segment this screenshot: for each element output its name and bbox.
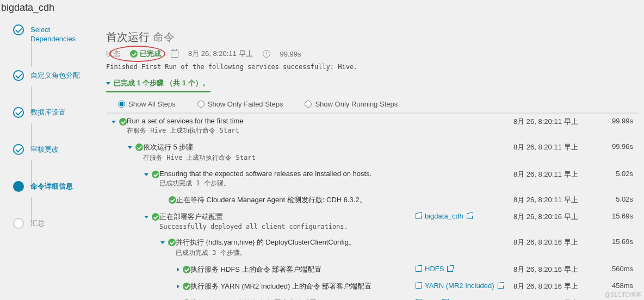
step-row[interactable]: Run a set of services for the first time… — [106, 114, 639, 139]
step-row[interactable]: 执行服务 Hive 上的命令 部署客户端配置Hive8月 26, 8:20:17… — [106, 295, 639, 300]
step-time: 8月 26, 8:20:16 早上 — [513, 282, 595, 291]
command-details-panel: 首次运行 命令 状态 已完成 8月 26, 8:20:11 早上 99.99s … — [106, 19, 644, 300]
check-icon — [13, 107, 24, 118]
success-icon — [119, 118, 127, 126]
step-duration: 458ms — [595, 282, 633, 290]
step-time: 8月 26, 8:20:11 早上 — [513, 117, 595, 127]
step-time: 8月 26, 8:20:16 早上 — [513, 212, 595, 222]
chevron-down-icon[interactable] — [160, 241, 165, 244]
step-time: 8月 26, 8:20:11 早上 — [513, 170, 595, 179]
page-title: 首次运行 命令 — [106, 30, 639, 45]
chevron-down-icon — [106, 82, 110, 85]
steps-table: Run a set of services for the first time… — [106, 113, 639, 300]
success-icon — [169, 196, 176, 204]
step-select-dependencies[interactable]: Select Dependencies — [13, 24, 106, 44]
step-link[interactable]: YARN (MR2 Included) — [416, 282, 513, 290]
service-link[interactable]: YARN (MR2 Included) — [425, 282, 494, 290]
check-icon — [13, 70, 24, 81]
status-badge: 已完成 — [130, 49, 161, 59]
step-row[interactable]: 执行服务 HDFS 上的命令 部署客户端配置HDFS8月 26, 8:20:16… — [106, 261, 639, 278]
step-label: 命令详细信息 — [30, 181, 73, 191]
step-title: 依次运行 5 步骤在服务 Hive 上成功执行命令 Start — [143, 142, 416, 162]
step-row[interactable]: 依次运行 5 步骤在服务 Hive 上成功执行命令 Start8月 26, 8:… — [106, 139, 639, 166]
finish-message: Finished First Run of the following serv… — [106, 63, 639, 71]
external-link-icon — [447, 266, 453, 272]
step-review-changes[interactable]: 审核更改 — [13, 144, 106, 155]
step-duration: 99.96s — [595, 142, 633, 151]
step-duration: 15.69s — [595, 212, 633, 220]
wizard-stepper: Select Dependencies 自定义角色分配 数据库设置 审核更改 命 — [0, 19, 106, 300]
service-link[interactable]: HDFS — [425, 265, 444, 273]
step-title: 执行服务 YARN (MR2 Included) 上的命令 部署客户端配置 — [190, 282, 416, 291]
chevron-down-icon[interactable] — [128, 146, 132, 149]
step-duration: 99.99s — [595, 117, 633, 125]
step-time: 8月 26, 8:20:16 早上 — [513, 265, 595, 274]
step-filters: Show All Steps Show Only Failed Steps Sh… — [106, 96, 639, 113]
step-label: 汇总 — [30, 218, 45, 228]
step-duration: 15.69s — [595, 238, 633, 246]
breadcrumb-current: bigdata_cdh — [1, 2, 54, 13]
step-time: 8月 26, 8:20:11 早上 — [513, 195, 595, 205]
step-time: 8月 26, 8:20:11 早上 — [513, 142, 595, 152]
filter-running[interactable]: Show Only Running Steps — [305, 100, 398, 108]
chevron-down-icon[interactable] — [112, 121, 116, 123]
step-duration: 560ms — [595, 265, 633, 273]
success-icon — [183, 266, 190, 273]
filter-failed[interactable]: Show Only Failed Steps — [197, 100, 283, 108]
step-title: 正在等待 Cloudera Manager Agent 检测发行版: CDH 6… — [176, 195, 416, 205]
step-label: 自定义角色分配 — [30, 70, 80, 80]
status-row: 状态 已完成 8月 26, 8:20:11 早上 99.99s — [106, 49, 639, 59]
step-database-settings[interactable]: 数据库设置 — [13, 107, 106, 118]
success-icon — [168, 239, 176, 246]
chevron-down-icon[interactable] — [144, 216, 148, 218]
step-title: 执行服务 HDFS 上的命令 部署客户端配置 — [190, 265, 416, 274]
step-duration: 5.02s — [595, 170, 633, 178]
chevron-right-icon[interactable] — [177, 284, 179, 289]
step-row[interactable]: 正在部署客户端配置Successfully deployed all clien… — [106, 208, 639, 234]
steps-accordion-header[interactable]: 已完成 1 个步骤 （共 1 个）。 — [106, 76, 210, 92]
current-step-icon — [13, 181, 24, 192]
step-label: 审核更改 — [30, 144, 59, 154]
breadcrumb: bigdata_cdh — [0, 0, 644, 19]
step-row[interactable]: 并行执行 {hdfs,yarn,hive} 的 DeployClusterCli… — [106, 234, 639, 261]
step-title: Ensuring that the expected software rele… — [159, 170, 416, 188]
external-link-icon — [416, 283, 422, 289]
check-icon — [13, 24, 24, 35]
success-icon — [152, 213, 159, 221]
external-link-icon — [467, 213, 473, 219]
step-row[interactable]: 正在等待 Cloudera Manager Agent 检测发行版: CDH 6… — [106, 191, 639, 208]
step-row[interactable]: Ensuring that the expected software rele… — [106, 166, 639, 191]
step-time: 8月 26, 8:20:16 早上 — [513, 238, 595, 247]
external-link-icon — [498, 283, 504, 289]
step-command-details[interactable]: 命令详细信息 — [13, 181, 106, 192]
check-icon — [130, 50, 138, 58]
step-title: 正在部署客户端配置Successfully deployed all clien… — [159, 212, 416, 230]
step-custom-roles[interactable]: 自定义角色分配 — [13, 70, 106, 81]
duration: 99.99s — [280, 50, 301, 58]
step-title: Run a set of services for the first time… — [127, 117, 416, 135]
step-summary[interactable]: 汇总 — [13, 218, 106, 229]
external-link-icon — [416, 266, 422, 272]
step-label: Select Dependencies — [30, 24, 76, 44]
check-icon — [13, 144, 24, 155]
step-label: 数据库设置 — [30, 107, 66, 117]
chevron-right-icon[interactable] — [177, 267, 179, 272]
step-link[interactable]: bigdata_cdh — [416, 212, 513, 220]
clock-icon — [263, 50, 270, 58]
success-icon — [183, 283, 190, 290]
chevron-down-icon[interactable] — [144, 173, 148, 176]
watermark: @51CTO博客 — [605, 291, 642, 299]
success-icon — [135, 143, 143, 151]
step-row[interactable]: 执行服务 YARN (MR2 Included) 上的命令 部署客户端配置YAR… — [106, 278, 639, 295]
success-icon — [152, 171, 159, 178]
pending-step-icon — [13, 218, 24, 229]
step-duration: 5.02s — [595, 195, 633, 203]
filter-all[interactable]: Show All Steps — [118, 100, 176, 108]
step-link[interactable]: HDFS — [416, 265, 513, 273]
service-link[interactable]: bigdata_cdh — [425, 212, 463, 220]
step-title: 并行执行 {hdfs,yarn,hive} 的 DeployClusterCli… — [176, 238, 416, 258]
external-link-icon — [416, 213, 422, 219]
calendar-icon — [171, 50, 178, 58]
timestamp: 8月 26, 8:20:11 早上 — [188, 49, 253, 59]
